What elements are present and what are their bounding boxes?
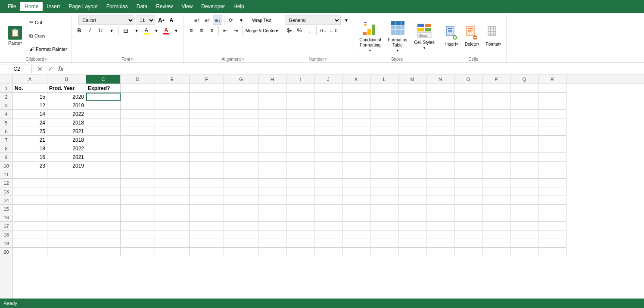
grid-cell[interactable] [121,187,155,196]
col-header-n[interactable]: N [426,75,454,84]
grid-cell[interactable] [258,84,286,93]
grid-cell[interactable] [258,213,286,222]
bold-button[interactable]: B [75,26,84,35]
grid-cell[interactable] [121,127,155,136]
grid-cell[interactable] [86,196,121,205]
grid-cell[interactable] [538,239,566,248]
grid-cell[interactable] [224,136,258,144]
grid-cell[interactable] [538,118,566,127]
grid-cell[interactable] [398,170,426,179]
menu-insert[interactable]: Insert [43,2,64,11]
grid-cell[interactable] [155,153,190,162]
grid-cell[interactable] [370,213,398,222]
grid-cell[interactable] [224,84,258,93]
grid-cell[interactable] [538,213,566,222]
grid-cell[interactable] [286,127,314,136]
grid-cell[interactable] [47,222,86,230]
grid-cell[interactable] [155,187,190,196]
grid-cell[interactable] [121,248,155,256]
grid-cell[interactable] [258,101,286,110]
grid-cell[interactable] [510,248,538,256]
grid-cell[interactable] [86,205,121,213]
grid-cell[interactable] [13,248,47,256]
col-header-q[interactable]: Q [510,75,538,84]
grid-cell[interactable] [482,93,510,101]
row-header-4[interactable]: 4 [0,110,12,118]
font-size-select[interactable]: 11 [136,16,155,25]
grid-cell[interactable] [190,118,224,127]
grid-cell[interactable] [426,118,454,127]
grid-cell[interactable] [398,110,426,118]
grid-cell[interactable] [13,230,47,239]
grid-cell[interactable] [155,205,190,213]
grid-cell[interactable] [155,144,190,153]
row-header-12[interactable]: 12 [0,179,12,187]
grid-cell[interactable] [398,93,426,101]
grid-cell[interactable] [121,136,155,144]
grid-cell[interactable] [370,84,398,93]
grid-cell[interactable] [454,196,482,205]
grid-cell[interactable] [286,153,314,162]
col-header-k[interactable]: K [342,75,370,84]
grid-cell[interactable] [86,144,121,153]
cut-button[interactable]: ✂ Cut [28,19,69,26]
grid-cell[interactable] [224,230,258,239]
grid-cell[interactable] [47,213,86,222]
grid-cell[interactable] [224,162,258,170]
grid-cell[interactable] [510,110,538,118]
grid-cell[interactable] [398,196,426,205]
grid-cell[interactable] [224,205,258,213]
grid-cell[interactable]: 25 [13,127,47,136]
grid-cell[interactable] [13,179,47,187]
grid-cell[interactable] [510,230,538,239]
grid-cell[interactable] [342,84,370,93]
grid-cell[interactable] [342,101,370,110]
grid-cell[interactable] [370,196,398,205]
cell-styles-button[interactable]: Good Cell Styles ▾ [411,20,437,52]
grid-cell[interactable]: 14 [13,110,47,118]
grid-cell[interactable]: 2022 [47,110,86,118]
grid-cell[interactable] [224,222,258,230]
grid-cell[interactable] [510,205,538,213]
fill-color-dropdown[interactable]: ▾ [152,26,161,35]
grid-cell[interactable] [538,162,566,170]
grid-cell[interactable] [482,187,510,196]
grid-cell[interactable] [13,187,47,196]
grid-cell[interactable] [47,248,86,256]
grid-cell[interactable] [86,118,121,127]
grid-cell[interactable] [224,127,258,136]
grid-cell[interactable] [86,230,121,239]
grid-cell[interactable] [155,110,190,118]
grid-cell[interactable] [314,213,342,222]
grid-cell[interactable] [286,213,314,222]
grid-cell[interactable] [155,162,190,170]
grid-cell[interactable] [190,213,224,222]
grid-cell[interactable] [510,170,538,179]
grid-cell[interactable] [13,213,47,222]
grid-cell[interactable] [13,239,47,248]
grid-cell[interactable] [286,93,314,101]
grid-cell[interactable] [13,170,47,179]
grid-cell[interactable]: 24 [13,118,47,127]
grid-cell[interactable] [454,162,482,170]
grid-cell[interactable] [454,213,482,222]
dollar-dropdown[interactable]: ▾ [290,29,292,33]
grid-cell[interactable] [47,196,86,205]
grid-cell[interactable] [342,205,370,213]
font-expand-icon[interactable]: ⧉ [131,57,134,62]
grid-cell[interactable] [454,101,482,110]
grid-cell[interactable] [426,170,454,179]
number-format-dropdown[interactable]: ▾ [342,16,351,25]
grid-cell[interactable]: 21 [13,136,47,144]
grid-cell[interactable] [370,110,398,118]
grid-cell[interactable] [426,153,454,162]
orientation-button[interactable]: ⟳ [226,16,236,25]
grid-cell[interactable] [342,170,370,179]
col-header-h[interactable]: H [258,75,286,84]
grid-cell[interactable] [454,84,482,93]
grid-cell[interactable] [155,127,190,136]
grid-cell[interactable] [121,239,155,248]
grid-cell[interactable] [342,213,370,222]
grid-cell[interactable] [342,187,370,196]
menu-help[interactable]: Help [229,2,249,11]
